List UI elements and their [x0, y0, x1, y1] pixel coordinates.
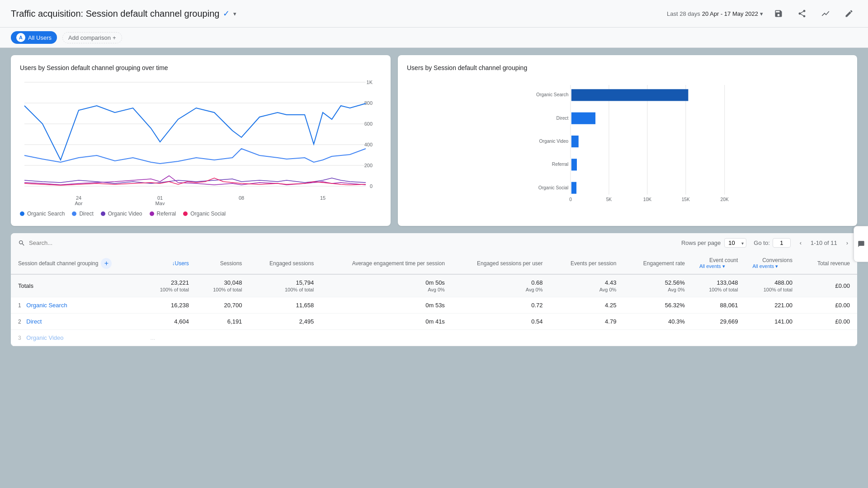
svg-text:0: 0 — [569, 197, 572, 202]
svg-text:Direct: Direct — [557, 116, 569, 121]
user-avatar: A — [16, 33, 25, 42]
totals-label: Totals — [11, 274, 143, 297]
svg-text:15: 15 — [320, 195, 326, 201]
table-row: 1 Organic Search 16,238 20,700 11,658 0m… — [11, 297, 857, 314]
line-chart-container: 1K 800 600 400 200 0 24 Apr 01 — [20, 79, 382, 205]
event-count-all-events-link[interactable]: All events ▾ — [699, 263, 738, 269]
svg-text:08: 08 — [239, 195, 244, 201]
table-header-row: Session default channel grouping + ↓User… — [11, 253, 857, 274]
row-1-engagement-rate: 56.32% — [623, 297, 692, 314]
data-table: Session default channel grouping + ↓User… — [11, 253, 857, 346]
svg-text:Apr: Apr — [75, 201, 82, 205]
totals-sessions: 30,048 100% of total — [196, 274, 249, 297]
col-header-conversions[interactable]: Conversions All events ▾ — [745, 253, 800, 274]
date-range-value: 20 Apr - 17 May 2022 — [702, 10, 758, 17]
bar-organic-search — [571, 89, 689, 101]
save-report-button[interactable] — [770, 5, 787, 22]
feedback-button[interactable] — [854, 226, 868, 262]
bar-referral — [571, 159, 577, 170]
row-2-engaged-sessions: 2,495 — [249, 314, 321, 330]
table-row: 3 Organic Video ... — [11, 330, 857, 346]
svg-text:5K: 5K — [606, 197, 612, 202]
legend-dot-organic-social — [183, 211, 188, 216]
row-1-name[interactable]: Organic Search — [26, 302, 67, 309]
chart-legend: Organic Search Direct Organic Video Refe… — [20, 211, 382, 217]
legend-dot-referral — [150, 211, 154, 216]
pagination-prev-button[interactable]: ‹ — [798, 238, 803, 248]
bar-chart-container: Organic Search Direct Organic Video Refe… — [407, 79, 848, 205]
row-2-name[interactable]: Direct — [26, 318, 42, 325]
data-table-panel: Rows per page 10 25 50 Go to: ‹ 1-10 of … — [11, 233, 857, 346]
bar-chart-panel: Users by Session default channel groupin… — [398, 55, 857, 226]
svg-text:20K: 20K — [721, 197, 729, 202]
table-row: 2 Direct 4,604 6,191 2,495 0m 41s 0.54 4… — [11, 314, 857, 330]
row-3-name[interactable]: Organic Video — [26, 334, 63, 341]
pagination-next-button[interactable]: › — [844, 238, 850, 248]
svg-text:1K: 1K — [367, 80, 373, 85]
add-column-button[interactable]: + — [101, 258, 112, 269]
row-1-engaged-sessions: 11,658 — [249, 297, 321, 314]
bar-direct — [571, 113, 595, 124]
totals-engaged-sessions: 15,794 100% of total — [249, 274, 321, 297]
add-comparison-button[interactable]: Add comparison + — [62, 32, 122, 43]
row-1-event-count: 88,061 — [692, 297, 745, 314]
totals-conversions: 488.00 100% of total — [745, 274, 800, 297]
row-3-channel: 3 Organic Video — [11, 330, 143, 346]
conversions-all-events-link[interactable]: All events ▾ — [752, 263, 793, 269]
date-range-selector[interactable]: Last 28 days 20 Apr - 17 May 2022 ▾ — [667, 10, 763, 17]
goto-label: Go to: — [754, 239, 769, 246]
row-2-sessions: 6,191 — [196, 314, 249, 330]
bar-chart-svg: Organic Search Direct Organic Video Refe… — [407, 79, 848, 205]
totals-avg-engagement: 0m 50s Avg 0% — [321, 274, 452, 297]
row-2-conversions: 141.00 — [745, 314, 800, 330]
bar-organic-social — [571, 182, 576, 194]
row-2-engaged-per-user: 0.54 — [452, 314, 550, 330]
col-header-revenue[interactable]: Total revenue — [800, 253, 857, 274]
share-button[interactable] — [794, 5, 810, 22]
pagination-text: 1-10 of 11 — [811, 239, 837, 246]
header-left: Traffic acquisition: Session default cha… — [11, 9, 236, 19]
totals-users: 23,221 100% of total — [143, 274, 196, 297]
row-1-revenue: £0.00 — [800, 297, 857, 314]
all-users-badge[interactable]: A All Users — [11, 31, 57, 44]
svg-text:10K: 10K — [643, 197, 651, 202]
bar-organic-video — [571, 136, 579, 147]
col-header-sessions[interactable]: Sessions — [196, 253, 249, 274]
row-1-users: 16,238 — [143, 297, 196, 314]
svg-text:May: May — [156, 201, 165, 205]
row-2-events-per-session: 4.79 — [550, 314, 624, 330]
title-dropdown-icon[interactable]: ▾ — [233, 10, 236, 17]
col-header-event-count[interactable]: Event count All events ▾ — [692, 253, 745, 274]
col-header-engagement-rate[interactable]: Engagement rate — [623, 253, 692, 274]
col-header-events-per-session[interactable]: Events per session — [550, 253, 624, 274]
date-range-dropdown-icon: ▾ — [760, 10, 763, 17]
col-header-engaged-sessions[interactable]: Engaged sessions — [249, 253, 321, 274]
rows-per-page-select[interactable]: 10 25 50 — [724, 238, 746, 248]
col-header-avg-engagement[interactable]: Average engagement time per session — [321, 253, 452, 274]
edit-button[interactable] — [841, 5, 857, 22]
row-2-channel: 2 Direct — [11, 314, 143, 330]
row-2-users: 4,604 — [143, 314, 196, 330]
add-comparison-label: Add comparison — [68, 34, 111, 41]
search-input[interactable] — [29, 239, 119, 246]
page-title: Traffic acquisition: Session default cha… — [11, 9, 219, 19]
legend-dot-direct — [72, 211, 76, 216]
goto-container: Go to: — [754, 238, 790, 248]
row-2-event-count: 29,669 — [692, 314, 745, 330]
legend-organic-video: Organic Video — [101, 211, 142, 217]
svg-text:Referral: Referral — [552, 162, 568, 167]
row-2-engagement-rate: 40.3% — [623, 314, 692, 330]
svg-text:24: 24 — [76, 195, 81, 201]
main-content: Users by Session default channel groupin… — [0, 48, 868, 353]
col-header-users[interactable]: ↓Users — [143, 253, 196, 274]
totals-row: Totals 23,221 100% of total 30,048 100% … — [11, 274, 857, 297]
charts-row: Users by Session default channel groupin… — [11, 55, 857, 226]
col-header-engaged-per-user[interactable]: Engaged sessions per user — [452, 253, 550, 274]
bar-chart-title: Users by Session default channel groupin… — [407, 64, 848, 71]
totals-engaged-per-user: 0.68 Avg 0% — [452, 274, 550, 297]
line-chart-title: Users by Session default channel groupin… — [20, 64, 382, 71]
customize-button[interactable] — [817, 5, 834, 22]
header-right: Last 28 days 20 Apr - 17 May 2022 ▾ — [667, 5, 857, 22]
goto-input[interactable] — [773, 238, 791, 248]
feedback-icon — [858, 240, 865, 248]
